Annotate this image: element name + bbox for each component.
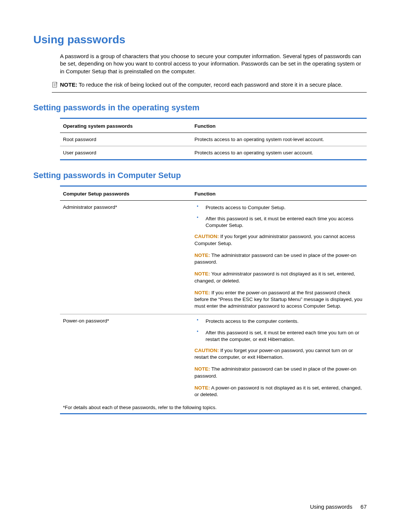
table-row: Administrator password* Protects access … xyxy=(60,201,367,315)
password-desc: Protects access to an operating system u… xyxy=(194,150,364,155)
bullet-item: Protects access to Computer Setup. xyxy=(194,204,364,211)
note-label: NOTE: xyxy=(60,81,77,88)
top-note: NOTE: To reduce the risk of being locked… xyxy=(52,81,367,93)
inline-note: NOTE: Your administrator password is not… xyxy=(194,271,364,284)
password-name: Administrator password* xyxy=(63,204,194,311)
page-footer: Using passwords 67 xyxy=(310,503,367,510)
cs-passwords-table: Computer Setup passwords Function Admini… xyxy=(60,185,367,415)
password-desc: Protects access to an operating system r… xyxy=(194,137,364,142)
inline-note: NOTE: A power-on password is not display… xyxy=(194,385,364,398)
table-header-right: Function xyxy=(194,123,364,129)
section-heading-os: Setting passwords in the operating syste… xyxy=(33,103,367,113)
os-passwords-table: Operating system passwords Function Root… xyxy=(60,118,367,160)
bullet-item: After this password is set, it must be e… xyxy=(194,215,364,229)
intro-paragraph: A password is a group of characters that… xyxy=(60,53,367,75)
bullet-item: After this password is set, it must be e… xyxy=(194,329,364,343)
password-name: Power-on password* xyxy=(63,318,194,399)
inline-note: NOTE: The administrator password can be … xyxy=(194,366,364,379)
table-row: User password Protects access to an oper… xyxy=(60,146,367,159)
table-row: Root password Protects access to an oper… xyxy=(60,133,367,146)
caution-note: CAUTION: If you forget your administrato… xyxy=(194,233,364,247)
inline-note: NOTE: The administrator password can be … xyxy=(194,252,364,265)
password-name: Root password xyxy=(63,137,194,142)
section-heading-cs: Setting passwords in Computer Setup xyxy=(33,171,367,180)
footer-title: Using passwords xyxy=(310,503,352,510)
table-footnote: *For details about each of these passwor… xyxy=(60,402,367,413)
password-name: User password xyxy=(63,150,194,155)
caution-note: CAUTION: If you forget your power-on pas… xyxy=(194,347,364,361)
table-header-right: Function xyxy=(194,191,364,197)
bullet-item: Protects access to the computer contents… xyxy=(194,318,364,325)
table-header-left: Operating system passwords xyxy=(63,123,194,129)
note-text-body: To reduce the risk of being locked out o… xyxy=(79,81,343,88)
table-header-left: Computer Setup passwords xyxy=(63,191,194,197)
page-number: 67 xyxy=(360,503,367,510)
page-heading: Using passwords xyxy=(33,33,367,46)
note-icon xyxy=(52,82,60,89)
table-row: Power-on password* Protects access to th… xyxy=(60,314,367,402)
inline-note: NOTE: If you enter the power-on password… xyxy=(194,290,364,310)
